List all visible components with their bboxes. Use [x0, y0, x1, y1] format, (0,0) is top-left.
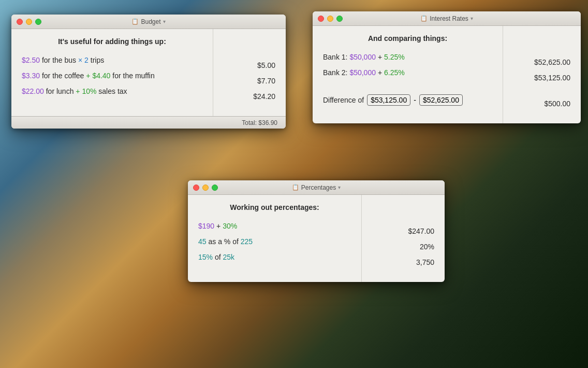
- percentages-title-icon: 📋: [292, 184, 299, 191]
- budget-total: Total: $36.90: [242, 119, 277, 126]
- pct-row-2-left: 45 as a % of 225: [198, 237, 351, 246]
- bank2-op: +: [378, 68, 384, 77]
- percentages-title-text: Percentages: [301, 184, 336, 191]
- bank1-rate: 5.25%: [384, 53, 405, 61]
- budget-window: 📋 Budget ▾ It's useful for adding things…: [11, 15, 286, 129]
- percentages-heading: Working out percentages:: [198, 203, 351, 211]
- pct-row-3: 15% of 25k: [198, 253, 351, 261]
- interest-left-pane: And comparing things: Bank 1: $50,000 + …: [313, 26, 503, 123]
- percentages-left-pane: Working out percentages: $190 + 30% 45 a…: [188, 195, 362, 282]
- maximize-button[interactable]: [35, 19, 41, 25]
- budget-r2-amount1: $3.30: [22, 72, 40, 80]
- diff-label: Difference of: [323, 96, 364, 104]
- percentages-window: 📋 Percentages ▾ Working out percentages:…: [188, 180, 445, 282]
- interest-bank2-left: Bank 2: $50,000 + 6.25%: [323, 68, 492, 77]
- pct-r2-text: as a % of: [208, 237, 240, 246]
- interest-result-1: $52,625.00: [513, 58, 570, 66]
- budget-result-1: $5.00: [224, 61, 275, 69]
- pct-result-2: 20%: [372, 243, 434, 251]
- pct-r1-amount: $190: [198, 222, 214, 230]
- pct-row-1-left: $190 + 30%: [198, 222, 351, 230]
- interest-bank1-row: Bank 1: $50,000 + 5.25%: [323, 53, 492, 61]
- percentages-minimize-button[interactable]: [202, 185, 209, 191]
- interest-window: 📋 Interest Rates ▾ And comparing things:…: [313, 11, 581, 123]
- budget-r2-text1: for the coffee: [42, 72, 86, 80]
- budget-result-2: $7.70: [224, 77, 275, 85]
- percentages-titlebar: 📋 Percentages ▾: [188, 180, 445, 195]
- budget-r3-amount: $22.00: [22, 87, 44, 95]
- percentages-content: Working out percentages: $190 + 30% 45 a…: [188, 195, 445, 282]
- bank2-amount: $50,000: [349, 68, 376, 77]
- percentages-traffic-lights: [193, 185, 218, 191]
- interest-titlebar: 📋 Interest Rates ▾: [313, 11, 581, 26]
- pct-row-1: $190 + 30%: [198, 222, 351, 230]
- budget-r3-op: +: [76, 87, 80, 95]
- minimize-button[interactable]: [26, 19, 32, 25]
- interest-result-2: $53,125.00: [513, 74, 570, 82]
- close-button[interactable]: [17, 19, 23, 25]
- budget-r1-text2: trips: [91, 56, 104, 64]
- percentages-window-title: 📋 Percentages ▾: [292, 184, 341, 191]
- interest-right-pane: $52,625.00 $53,125.00 $500.00: [503, 26, 581, 123]
- interest-title-dropdown[interactable]: ▾: [471, 16, 473, 21]
- budget-window-title: 📋 Budget ▾: [131, 18, 165, 25]
- bank1-label: Bank 1:: [323, 53, 349, 61]
- bank2-rate: 6.25%: [384, 68, 405, 77]
- diff-minus: -: [414, 96, 416, 104]
- budget-r1-text1: for the bus: [42, 56, 78, 64]
- percentages-maximize-button[interactable]: [212, 185, 218, 191]
- budget-row-3-left: $22.00 for lunch + 10% sales tax: [22, 87, 202, 95]
- budget-title-icon: 📋: [131, 18, 139, 25]
- interest-bank1-left: Bank 1: $50,000 + 5.25%: [323, 53, 492, 61]
- budget-row-1: $2.50 for the bus × 2 trips: [22, 56, 202, 64]
- interest-content: And comparing things: Bank 1: $50,000 + …: [313, 26, 581, 123]
- bank2-label: Bank 2:: [323, 68, 349, 77]
- budget-r1-num: 2: [84, 56, 89, 64]
- budget-row-3: $22.00 for lunch + 10% sales tax: [22, 87, 202, 95]
- pct-result-1: $247.00: [372, 227, 434, 235]
- diff-val2: $52,625.00: [419, 94, 463, 106]
- pct-r2-num2: 225: [241, 237, 253, 246]
- budget-row-2-left: $3.30 for the coffee + $4.40 for the muf…: [22, 72, 202, 80]
- budget-titlebar: 📋 Budget ▾: [11, 15, 286, 29]
- interest-title-text: Interest Rates: [430, 15, 468, 22]
- budget-r3-text1: for lunch: [46, 87, 76, 95]
- budget-row-2: $3.30 for the coffee + $4.40 for the muf…: [22, 72, 202, 80]
- budget-result-3: $24.20: [224, 92, 275, 101]
- budget-r2-amount2: $4.40: [92, 72, 110, 80]
- bank1-op: +: [378, 53, 384, 61]
- percentages-close-button[interactable]: [193, 185, 199, 191]
- budget-r2-op: +: [86, 72, 90, 80]
- budget-left-pane: It's useful for adding things up: $2.50 …: [11, 29, 213, 116]
- interest-bank2-row: Bank 2: $50,000 + 6.25%: [323, 68, 492, 77]
- interest-minimize-button[interactable]: [327, 16, 333, 22]
- pct-r1-op: +: [216, 222, 223, 230]
- interest-diff-result: $500.00: [513, 100, 570, 108]
- interest-window-title: 📋 Interest Rates ▾: [420, 15, 473, 22]
- interest-spacer: [323, 84, 492, 94]
- diff-val1: $53,125.00: [367, 94, 410, 106]
- budget-title-dropdown[interactable]: ▾: [163, 19, 166, 24]
- percentages-title-dropdown[interactable]: ▾: [338, 185, 341, 190]
- budget-r1-op: ×: [78, 56, 82, 64]
- pct-row-2: 45 as a % of 225: [198, 237, 351, 246]
- pct-r1-pct: 30%: [223, 222, 237, 230]
- bank1-amount: $50,000: [349, 53, 376, 61]
- interest-diff-row: Difference of $53,125.00 - $52,625.00: [323, 94, 492, 106]
- interest-title-icon: 📋: [420, 15, 428, 22]
- budget-row-1-left: $2.50 for the bus × 2 trips: [22, 56, 202, 64]
- percentages-right-pane: $247.00 20% 3,750: [362, 195, 445, 282]
- pct-r3-num: 25k: [223, 253, 235, 261]
- interest-maximize-button[interactable]: [336, 16, 343, 22]
- pct-row-3-left: 15% of 25k: [198, 253, 351, 261]
- pct-r3-text: of: [215, 253, 223, 261]
- budget-right-pane: $5.00 $7.70 $24.20: [213, 29, 286, 116]
- interest-close-button[interactable]: [318, 16, 324, 22]
- budget-r1-amount: $2.50: [22, 56, 40, 64]
- budget-content: It's useful for adding things up: $2.50 …: [11, 29, 286, 116]
- pct-result-3: 3,750: [372, 258, 434, 266]
- interest-traffic-lights: [318, 16, 343, 22]
- budget-title-text: Budget: [141, 18, 160, 25]
- pct-r3-pct: 15%: [198, 253, 213, 261]
- interest-heading: And comparing things:: [323, 34, 492, 43]
